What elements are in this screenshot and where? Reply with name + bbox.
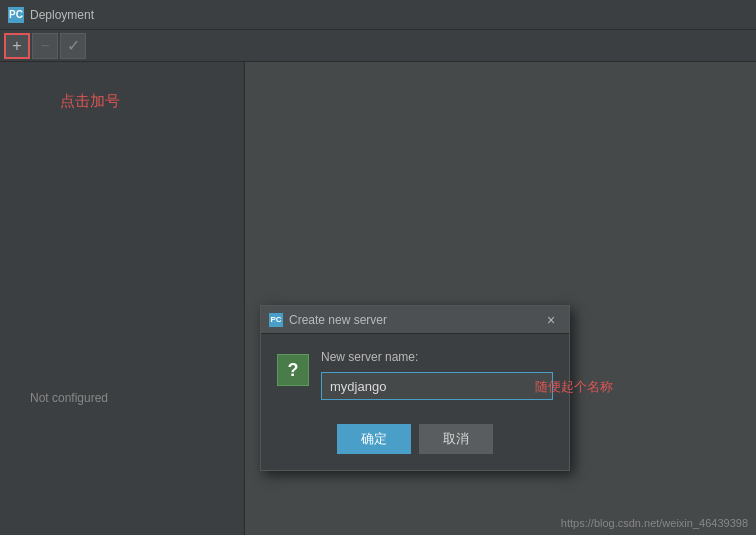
dialog-title-left: PC Create new server bbox=[269, 313, 387, 327]
dialog-app-icon: PC bbox=[269, 313, 283, 327]
dialog-body: ? New server name: 随便起个名称 bbox=[261, 334, 569, 416]
dialog-title-bar: PC Create new server × bbox=[261, 306, 569, 334]
dialog-question-icon: ? bbox=[277, 354, 309, 386]
input-annotation: 随便起个名称 bbox=[535, 378, 613, 396]
dialog-buttons: 确定 取消 bbox=[261, 416, 569, 470]
server-name-input[interactable] bbox=[321, 372, 553, 400]
dialog-content: New server name: 随便起个名称 bbox=[321, 350, 553, 400]
create-server-dialog: PC Create new server × ? New server name… bbox=[260, 305, 570, 471]
dialog-title-text: Create new server bbox=[289, 313, 387, 327]
server-name-label: New server name: bbox=[321, 350, 553, 364]
cancel-button[interactable]: 取消 bbox=[419, 424, 493, 454]
dialog-close-button[interactable]: × bbox=[541, 310, 561, 330]
confirm-button[interactable]: 确定 bbox=[337, 424, 411, 454]
